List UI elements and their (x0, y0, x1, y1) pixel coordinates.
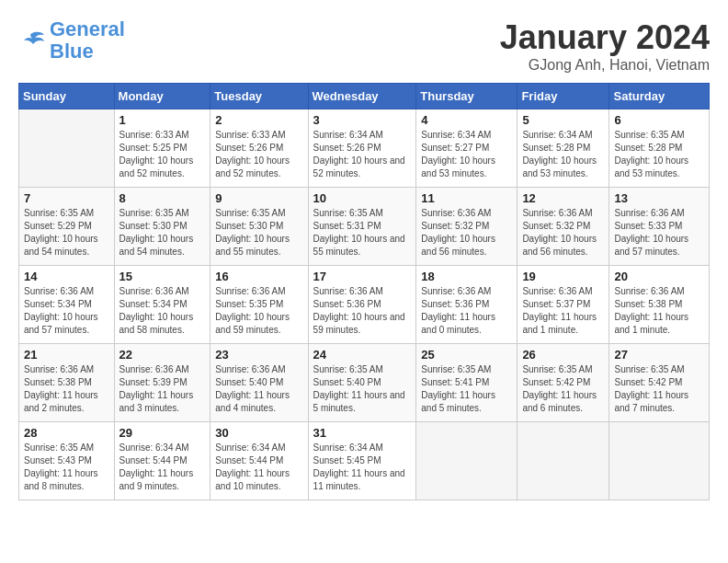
calendar-cell: 10Sunrise: 6:35 AMSunset: 5:31 PMDayligh… (308, 188, 416, 266)
logo-text: General Blue (50, 18, 125, 63)
day-number: 30 (215, 426, 302, 440)
day-detail: Sunrise: 6:36 AMSunset: 5:35 PMDaylight:… (215, 285, 302, 337)
day-number: 12 (522, 191, 604, 205)
day-number: 20 (614, 270, 704, 283)
day-number: 4 (421, 113, 512, 127)
calendar-cell (609, 422, 710, 500)
calendar-cell: 14Sunrise: 6:36 AMSunset: 5:34 PMDayligh… (19, 266, 115, 344)
day-number: 16 (215, 270, 302, 283)
weekday-header: Monday (114, 84, 210, 109)
day-detail: Sunrise: 6:36 AMSunset: 5:36 PMDaylight:… (313, 285, 412, 337)
day-number: 15 (119, 270, 206, 283)
day-number: 29 (119, 426, 206, 440)
day-detail: Sunrise: 6:35 AMSunset: 5:42 PMDaylight:… (522, 363, 604, 415)
calendar-cell (416, 422, 518, 500)
calendar-cell: 24Sunrise: 6:35 AMSunset: 5:40 PMDayligh… (308, 344, 416, 422)
calendar-cell: 15Sunrise: 6:36 AMSunset: 5:34 PMDayligh… (114, 266, 210, 344)
day-number: 18 (421, 270, 512, 283)
calendar-cell: 13Sunrise: 6:36 AMSunset: 5:33 PMDayligh… (609, 188, 710, 266)
calendar-cell: 11Sunrise: 6:36 AMSunset: 5:32 PMDayligh… (416, 188, 518, 266)
calendar-cell: 8Sunrise: 6:35 AMSunset: 5:30 PMDaylight… (114, 188, 210, 266)
day-detail: Sunrise: 6:36 AMSunset: 5:38 PMDaylight:… (24, 363, 109, 415)
calendar-table: SundayMondayTuesdayWednesdayThursdayFrid… (18, 83, 710, 500)
calendar-cell: 17Sunrise: 6:36 AMSunset: 5:36 PMDayligh… (308, 266, 416, 344)
calendar-cell: 4Sunrise: 6:34 AMSunset: 5:27 PMDaylight… (416, 109, 518, 188)
day-number: 14 (24, 270, 109, 283)
day-number: 24 (313, 348, 412, 362)
day-detail: Sunrise: 6:36 AMSunset: 5:32 PMDaylight:… (522, 207, 604, 259)
day-detail: Sunrise: 6:34 AMSunset: 5:26 PMDaylight:… (313, 129, 412, 180)
page-subtitle: GJong Anh, Hanoi, Vietnam (500, 57, 710, 74)
calendar-cell: 3Sunrise: 6:34 AMSunset: 5:26 PMDaylight… (308, 109, 416, 188)
calendar-cell: 2Sunrise: 6:33 AMSunset: 5:26 PMDaylight… (210, 109, 308, 188)
day-detail: Sunrise: 6:34 AMSunset: 5:44 PMDaylight:… (119, 442, 206, 493)
day-number: 31 (313, 426, 412, 440)
day-detail: Sunrise: 6:36 AMSunset: 5:39 PMDaylight:… (119, 363, 206, 415)
calendar-week-row: 1Sunrise: 6:33 AMSunset: 5:25 PMDaylight… (19, 109, 710, 188)
weekday-header: Tuesday (210, 84, 308, 109)
calendar-cell: 19Sunrise: 6:36 AMSunset: 5:37 PMDayligh… (518, 266, 609, 344)
weekday-header-row: SundayMondayTuesdayWednesdayThursdayFrid… (19, 84, 710, 109)
day-number: 3 (313, 113, 412, 127)
day-number: 19 (522, 270, 604, 283)
day-detail: Sunrise: 6:35 AMSunset: 5:30 PMDaylight:… (119, 207, 206, 259)
day-number: 2 (215, 113, 302, 127)
calendar-cell: 6Sunrise: 6:35 AMSunset: 5:28 PMDaylight… (609, 109, 710, 188)
day-detail: Sunrise: 6:36 AMSunset: 5:34 PMDaylight:… (24, 285, 109, 337)
calendar-cell (518, 422, 609, 500)
day-detail: Sunrise: 6:36 AMSunset: 5:34 PMDaylight:… (119, 285, 206, 337)
day-detail: Sunrise: 6:35 AMSunset: 5:43 PMDaylight:… (24, 442, 109, 493)
day-detail: Sunrise: 6:36 AMSunset: 5:33 PMDaylight:… (614, 207, 704, 259)
day-number: 27 (614, 348, 704, 362)
calendar-week-row: 28Sunrise: 6:35 AMSunset: 5:43 PMDayligh… (19, 422, 710, 500)
day-detail: Sunrise: 6:33 AMSunset: 5:26 PMDaylight:… (215, 129, 302, 180)
day-number: 22 (119, 348, 206, 362)
day-number: 8 (119, 191, 206, 205)
day-number: 1 (119, 113, 206, 127)
day-detail: Sunrise: 6:35 AMSunset: 5:40 PMDaylight:… (313, 363, 412, 415)
title-block: January 2024 GJong Anh, Hanoi, Vietnam (500, 18, 710, 74)
calendar-cell: 25Sunrise: 6:35 AMSunset: 5:41 PMDayligh… (416, 344, 518, 422)
day-number: 28 (24, 426, 109, 440)
day-number: 21 (24, 348, 109, 362)
day-detail: Sunrise: 6:35 AMSunset: 5:29 PMDaylight:… (24, 207, 109, 259)
day-detail: Sunrise: 6:36 AMSunset: 5:36 PMDaylight:… (421, 285, 512, 337)
calendar-cell: 28Sunrise: 6:35 AMSunset: 5:43 PMDayligh… (19, 422, 115, 500)
day-number: 7 (24, 191, 109, 205)
calendar-cell: 27Sunrise: 6:35 AMSunset: 5:42 PMDayligh… (609, 344, 710, 422)
calendar-cell: 22Sunrise: 6:36 AMSunset: 5:39 PMDayligh… (114, 344, 210, 422)
calendar-cell: 18Sunrise: 6:36 AMSunset: 5:36 PMDayligh… (416, 266, 518, 344)
calendar-cell: 21Sunrise: 6:36 AMSunset: 5:38 PMDayligh… (19, 344, 115, 422)
day-detail: Sunrise: 6:35 AMSunset: 5:28 PMDaylight:… (614, 129, 704, 180)
calendar-cell: 20Sunrise: 6:36 AMSunset: 5:38 PMDayligh… (609, 266, 710, 344)
calendar-cell: 5Sunrise: 6:34 AMSunset: 5:28 PMDaylight… (518, 109, 609, 188)
day-number: 6 (614, 113, 704, 127)
day-number: 11 (421, 191, 512, 205)
day-detail: Sunrise: 6:36 AMSunset: 5:40 PMDaylight:… (215, 363, 302, 415)
day-detail: Sunrise: 6:34 AMSunset: 5:28 PMDaylight:… (522, 129, 604, 180)
weekday-header: Thursday (416, 84, 518, 109)
day-detail: Sunrise: 6:34 AMSunset: 5:27 PMDaylight:… (421, 129, 512, 180)
logo-bird-icon (18, 29, 46, 52)
logo: General Blue (18, 18, 125, 63)
calendar-week-row: 7Sunrise: 6:35 AMSunset: 5:29 PMDaylight… (19, 188, 710, 266)
calendar-week-row: 21Sunrise: 6:36 AMSunset: 5:38 PMDayligh… (19, 344, 710, 422)
day-number: 17 (313, 270, 412, 283)
calendar-cell: 7Sunrise: 6:35 AMSunset: 5:29 PMDaylight… (19, 188, 115, 266)
page-title: January 2024 (500, 18, 710, 57)
day-detail: Sunrise: 6:35 AMSunset: 5:42 PMDaylight:… (614, 363, 704, 415)
day-number: 25 (421, 348, 512, 362)
calendar-cell: 16Sunrise: 6:36 AMSunset: 5:35 PMDayligh… (210, 266, 308, 344)
calendar-cell: 30Sunrise: 6:34 AMSunset: 5:44 PMDayligh… (210, 422, 308, 500)
calendar-cell (19, 109, 115, 188)
day-detail: Sunrise: 6:35 AMSunset: 5:41 PMDaylight:… (421, 363, 512, 415)
weekday-header: Sunday (19, 84, 115, 109)
day-detail: Sunrise: 6:36 AMSunset: 5:32 PMDaylight:… (421, 207, 512, 259)
day-number: 10 (313, 191, 412, 205)
day-detail: Sunrise: 6:35 AMSunset: 5:30 PMDaylight:… (215, 207, 302, 259)
day-detail: Sunrise: 6:34 AMSunset: 5:45 PMDaylight:… (313, 442, 412, 493)
day-number: 9 (215, 191, 302, 205)
weekday-header: Friday (518, 84, 609, 109)
calendar-cell: 23Sunrise: 6:36 AMSunset: 5:40 PMDayligh… (210, 344, 308, 422)
weekday-header: Saturday (609, 84, 710, 109)
